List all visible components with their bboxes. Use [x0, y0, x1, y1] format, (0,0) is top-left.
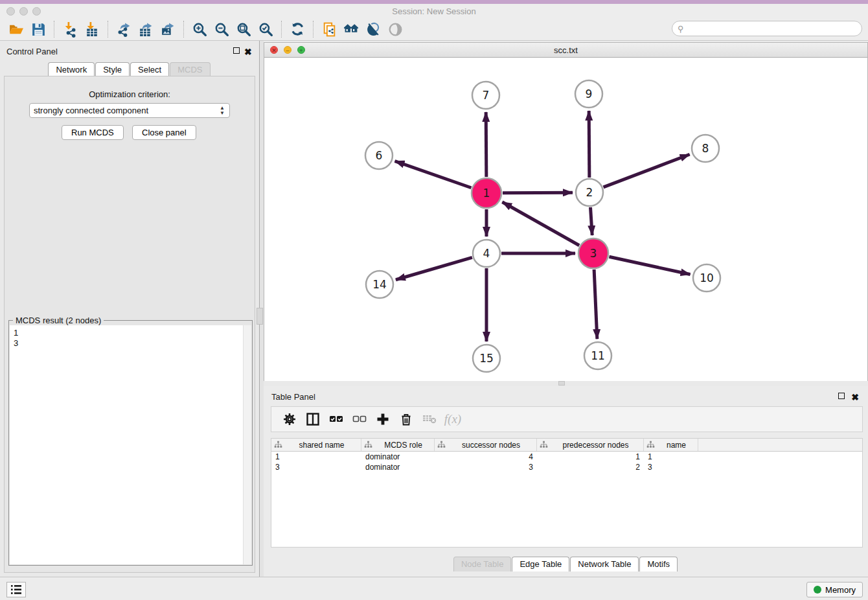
column-header-shared-name[interactable]: shared name	[271, 439, 361, 451]
network-view-window: ✕ – + scc.txt 7968124314101511	[264, 42, 868, 381]
edge-1-6[interactable]	[395, 161, 472, 188]
edge-3-1[interactable]	[502, 202, 579, 246]
deselect-all-button[interactable]	[348, 408, 371, 430]
network-window-title: scc.txt	[264, 45, 867, 55]
eye-button[interactable]	[384, 19, 406, 39]
delete-table-icon	[422, 412, 437, 426]
optimization-criterion-select[interactable]: strongly connected component ▲▼	[29, 103, 230, 118]
select-all-button[interactable]	[325, 408, 348, 430]
tab-style[interactable]: Style	[95, 62, 130, 77]
tab-mcds[interactable]: MCDS	[170, 62, 210, 77]
edge-4-14[interactable]	[396, 257, 472, 279]
table-row[interactable]: 3dominator323	[271, 462, 862, 472]
close-panel-icon[interactable]: ✖	[244, 47, 252, 57]
import-table-button[interactable]	[81, 19, 103, 39]
edge-1-2[interactable]	[503, 192, 573, 193]
edge-2-8[interactable]	[604, 154, 690, 187]
column-header-MCDS-role[interactable]: MCDS role	[361, 439, 435, 451]
float-panel-icon[interactable]	[233, 47, 240, 56]
export-image-button[interactable]	[157, 19, 179, 39]
dropdown-value: strongly connected component	[34, 106, 148, 115]
graph-node-10[interactable]: 10	[693, 264, 720, 292]
open-folder-button[interactable]	[5, 19, 27, 39]
vertical-splitter[interactable]	[259, 41, 264, 577]
home-button[interactable]	[340, 19, 362, 39]
graph-node-8[interactable]: 8	[692, 135, 719, 162]
columns-icon	[306, 412, 320, 426]
column-header-predecessor-nodes[interactable]: predecessor nodes	[537, 439, 644, 451]
refresh-button[interactable]	[286, 19, 308, 39]
zoom-in-button[interactable]	[188, 19, 211, 39]
zoom-selected-button[interactable]	[255, 19, 277, 39]
graph-node-3[interactable]: 3	[578, 238, 608, 268]
splitter-handle[interactable]	[257, 308, 263, 325]
graph-node-11[interactable]: 11	[584, 342, 611, 369]
tab-motifs[interactable]: Motifs	[639, 557, 678, 571]
tab-edge-table[interactable]: Edge Table	[512, 557, 569, 571]
toggle-panel-icon	[365, 21, 382, 38]
graph-node-6[interactable]: 6	[365, 142, 393, 169]
table-cell: dominator	[361, 452, 435, 461]
hierarchy-icon	[540, 441, 548, 449]
column-header-name[interactable]: name	[644, 439, 698, 451]
add-button[interactable]	[371, 408, 394, 430]
export-image-icon	[160, 21, 176, 38]
app-titlebar: Session: New Session	[0, 4, 868, 18]
close-panel-icon[interactable]: ✖	[851, 392, 859, 402]
table-cell: 1	[271, 452, 361, 461]
graph-node-9[interactable]: 9	[575, 80, 602, 108]
list-icon	[10, 584, 22, 595]
tab-network[interactable]: Network	[48, 62, 95, 77]
export-table-button[interactable]	[135, 19, 157, 39]
graph-node-15[interactable]: 15	[473, 345, 500, 372]
hierarchy-icon	[274, 441, 282, 449]
edge-3-11[interactable]	[594, 270, 597, 339]
result-line: 3	[14, 338, 239, 349]
network-canvas[interactable]: 7968124314101511	[264, 58, 867, 381]
search-input[interactable]	[687, 23, 862, 34]
node-label: 8	[702, 142, 709, 155]
task-history-button[interactable]	[6, 582, 26, 597]
run-mcds-button[interactable]: Run MCDS	[62, 125, 124, 140]
node-label: 1	[483, 187, 490, 200]
gear-button[interactable]	[278, 408, 301, 430]
zoom-fit-icon	[236, 21, 252, 38]
graph-node-7[interactable]: 7	[472, 82, 499, 109]
edge-3-10[interactable]	[609, 257, 690, 274]
network-window-titlebar[interactable]: ✕ – + scc.txt	[264, 43, 867, 58]
clone-network-icon	[321, 21, 337, 38]
toggle-panel-button[interactable]	[362, 19, 384, 39]
trash-button[interactable]	[394, 408, 418, 430]
search-box[interactable]: ⚲	[672, 21, 862, 36]
tab-network-table[interactable]: Network Table	[570, 557, 639, 571]
result-scrollbar[interactable]	[243, 325, 251, 564]
zoom-fit-button[interactable]	[233, 19, 255, 39]
tab-node-table[interactable]: Node Table	[453, 557, 512, 571]
column-header-successor-nodes[interactable]: successor nodes	[435, 439, 537, 451]
close-panel-button[interactable]: Close panel	[132, 125, 196, 140]
toolbar-separator	[281, 21, 282, 38]
clone-network-button[interactable]	[318, 19, 340, 39]
float-panel-icon[interactable]	[838, 392, 845, 401]
graph-node-14[interactable]: 14	[366, 271, 393, 298]
zoom-out-button[interactable]	[211, 19, 233, 39]
graph-node-1[interactable]: 1	[472, 178, 501, 208]
edge-2-9[interactable]	[589, 111, 589, 178]
edge-1-7[interactable]	[486, 112, 486, 177]
horizontal-splitter[interactable]	[264, 381, 868, 386]
graph-node-2[interactable]: 2	[576, 179, 603, 206]
tab-select[interactable]: Select	[130, 62, 169, 77]
save-button[interactable]	[27, 19, 49, 39]
toolbar-separator	[108, 21, 108, 38]
columns-button[interactable]	[301, 408, 325, 430]
memory-button[interactable]: Memory	[806, 582, 863, 597]
node-table: shared nameMCDS rolesuccessor nodesprede…	[271, 438, 863, 548]
splitter-handle[interactable]	[558, 381, 565, 386]
edge-2-3[interactable]	[590, 207, 592, 235]
zoom-in-icon	[192, 21, 208, 38]
table-row[interactable]: 1dominator411	[271, 452, 862, 462]
export-network-button[interactable]	[113, 19, 135, 39]
open-folder-icon	[8, 21, 25, 38]
graph-node-4[interactable]: 4	[473, 240, 500, 267]
import-network-button[interactable]	[59, 19, 81, 39]
